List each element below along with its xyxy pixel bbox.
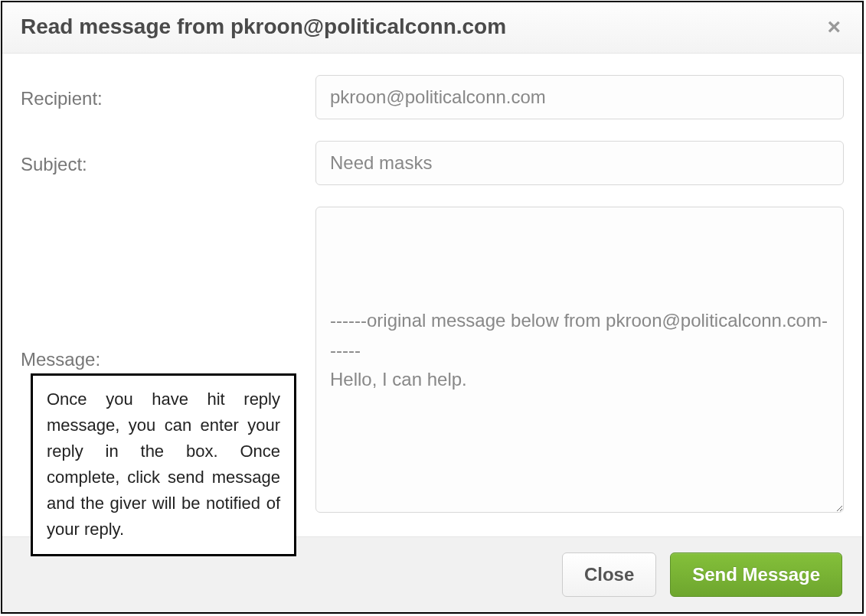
subject-label: Subject: bbox=[21, 151, 300, 175]
recipient-row: Recipient: bbox=[21, 75, 844, 119]
modal-header: Read message from pkroon@politicalconn.c… bbox=[2, 2, 862, 54]
close-button[interactable]: Close bbox=[562, 552, 656, 597]
help-callout: Once you have hit reply message, you can… bbox=[31, 373, 296, 556]
message-label: Message: bbox=[21, 349, 300, 370]
subject-row: Subject: bbox=[21, 141, 844, 185]
close-icon[interactable]: × bbox=[824, 15, 844, 38]
recipient-input[interactable] bbox=[315, 75, 844, 119]
send-message-button[interactable]: Send Message bbox=[670, 552, 842, 597]
recipient-label: Recipient: bbox=[21, 85, 300, 109]
subject-input[interactable] bbox=[315, 141, 844, 185]
modal-title: Read message from pkroon@politicalconn.c… bbox=[21, 15, 506, 39]
message-textarea[interactable] bbox=[315, 207, 844, 513]
